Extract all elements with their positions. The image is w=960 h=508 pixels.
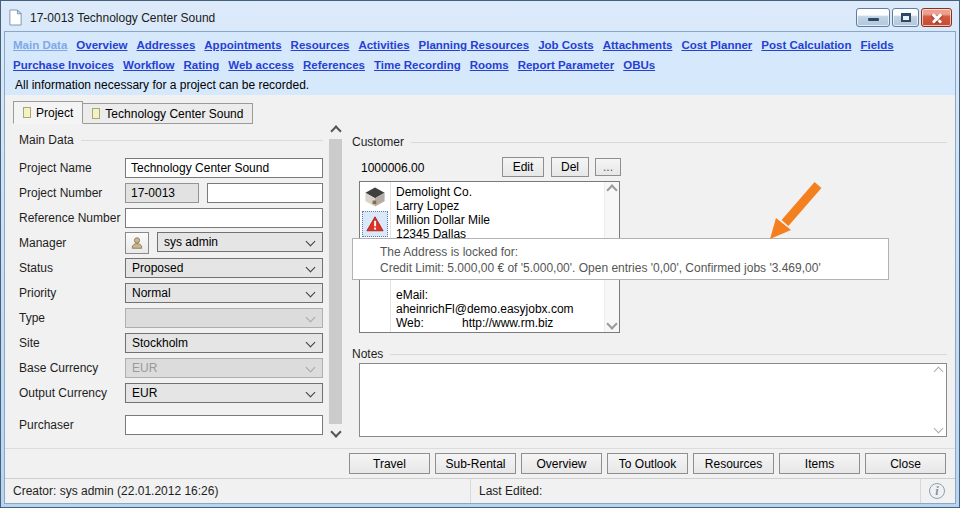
field-reference-number: Reference Number (19, 205, 323, 230)
maximize-icon (901, 13, 911, 22)
manager-value: sys admin (164, 235, 218, 249)
nav-rating[interactable]: Rating (184, 59, 220, 71)
nav-time-recording[interactable]: Time Recording (374, 59, 461, 71)
nav-references[interactable]: References (303, 59, 365, 71)
travel-button[interactable]: Travel (349, 453, 430, 474)
info-icon[interactable]: i (929, 483, 945, 499)
maximize-button[interactable] (892, 8, 919, 27)
nav-fields[interactable]: Fields (860, 39, 893, 51)
last-edited-status: Last Edited: (479, 484, 542, 498)
info-bar: All information necessary for a project … (13, 75, 947, 95)
nav-purchase-invoices[interactable]: Purchase Invoices (13, 59, 114, 71)
customer-street: Million Dollar Mile (396, 213, 490, 227)
field-output-currency: Output Currency EUR (19, 380, 323, 405)
nav-addresses[interactable]: Addresses (136, 39, 195, 51)
manager-person-button[interactable] (125, 232, 149, 254)
group-divider (81, 140, 323, 141)
nav-job-costs[interactable]: Job Costs (538, 39, 594, 51)
nav-post-calculation[interactable]: Post Calculation (761, 39, 851, 51)
chevron-down-icon (306, 287, 316, 297)
warning-icon (366, 215, 384, 233)
project-number-input (125, 183, 199, 203)
nav-row-1: Main Data Overview Addresses Appointment… (13, 35, 947, 55)
company-icon (363, 185, 387, 209)
site-select[interactable]: Stockholm (125, 333, 323, 353)
credit-warning-button[interactable] (362, 211, 388, 237)
main-data-group-label: Main Data (19, 133, 74, 147)
person-icon (130, 236, 144, 250)
field-project-number: Project Number (19, 180, 323, 205)
nav-planning-resources[interactable]: Planning Resources (419, 39, 530, 51)
site-label: Site (19, 336, 125, 350)
nav-web-access[interactable]: Web access (228, 59, 294, 71)
creator-status: Creator: sys admin (22.01.2012 16:26) (13, 484, 218, 498)
field-project-name: Project Name (19, 155, 323, 180)
nav-cost-planner[interactable]: Cost Planner (681, 39, 752, 51)
overview-button[interactable]: Overview (521, 453, 602, 474)
nav-overview[interactable]: Overview (76, 39, 127, 51)
items-button[interactable]: Items (779, 453, 860, 474)
base-currency-label: Base Currency (19, 361, 125, 375)
tab-technology-center-sound[interactable]: Technology Center Sound (83, 103, 253, 124)
scroll-up-icon[interactable] (933, 367, 943, 377)
reference-number-input[interactable] (125, 208, 323, 228)
nav-workflow[interactable]: Workflow (123, 59, 175, 71)
notes-scrollbar[interactable] (932, 368, 944, 432)
project-window: 17-0013 Technology Center Sound Main Dat… (0, 0, 960, 508)
tooltip-line-2: Credit Limit: 5.000,00 € of '5.000,00'. … (380, 260, 888, 276)
edit-button[interactable]: Edit (502, 157, 544, 177)
base-currency-select: EUR (125, 358, 323, 378)
field-status: Status Proposed (19, 255, 323, 280)
client-area: Main Data Overview Addresses Appointment… (4, 31, 956, 504)
notes-group-label: Notes (352, 347, 383, 361)
sub-rental-button[interactable]: Sub-Rental (435, 453, 516, 474)
scroll-up-icon[interactable] (606, 184, 617, 195)
project-number-suffix-input[interactable] (207, 183, 323, 203)
notes-group-header: Notes (352, 347, 947, 361)
manager-select[interactable]: sys admin (157, 232, 323, 252)
purchaser-input[interactable] (125, 415, 323, 435)
nav-attachments[interactable]: Attachments (603, 39, 673, 51)
to-outlook-button[interactable]: To Outlook (607, 453, 688, 474)
nav-obus[interactable]: OBUs (623, 59, 655, 71)
email-value: aheinrichFl@demo.easyjobx.com (396, 302, 574, 316)
output-currency-value: EUR (132, 386, 157, 400)
scroll-down-icon[interactable] (933, 424, 943, 434)
manager-label: Manager (19, 236, 125, 250)
notes-textarea[interactable] (359, 363, 947, 437)
scrollbar-thumb[interactable] (329, 139, 342, 424)
nav-resources[interactable]: Resources (291, 39, 350, 51)
status-select[interactable]: Proposed (125, 258, 323, 278)
more-button[interactable]: ... (595, 158, 621, 176)
scroll-up-icon[interactable] (330, 125, 341, 136)
nav-row-2: Purchase Invoices Workflow Rating Web ac… (13, 55, 947, 75)
output-currency-select[interactable]: EUR (125, 383, 323, 403)
nav-activities[interactable]: Activities (358, 39, 409, 51)
chevron-down-icon (306, 312, 316, 322)
main-data-scrollbar[interactable] (327, 123, 344, 448)
priority-select[interactable]: Normal (125, 283, 323, 303)
scroll-down-icon[interactable] (330, 426, 341, 437)
email-label: eMail: (396, 288, 574, 302)
nav-appointments[interactable]: Appointments (204, 39, 281, 51)
status-divider (920, 479, 921, 503)
nav-report-parameter[interactable]: Report Parameter (518, 59, 615, 71)
project-name-input[interactable] (125, 158, 323, 178)
field-site: Site Stockholm (19, 330, 323, 355)
type-select (125, 308, 323, 328)
tab-project[interactable]: Project (13, 101, 83, 124)
del-button[interactable]: Del (551, 157, 589, 177)
titlebar: 17-0013 Technology Center Sound (4, 4, 956, 31)
nav-rooms[interactable]: Rooms (470, 59, 509, 71)
customer-group-label: Customer (352, 135, 404, 149)
group-divider (411, 142, 947, 143)
nav-main-data[interactable]: Main Data (13, 39, 67, 51)
status-divider (470, 479, 471, 503)
resources-button[interactable]: Resources (693, 453, 774, 474)
scroll-down-icon[interactable] (606, 318, 617, 329)
window-controls (856, 8, 952, 27)
minimize-button[interactable] (856, 8, 890, 27)
close-footer-button[interactable]: Close (865, 453, 946, 474)
tab-tcs-label: Technology Center Sound (105, 107, 243, 121)
close-button[interactable] (921, 8, 952, 27)
